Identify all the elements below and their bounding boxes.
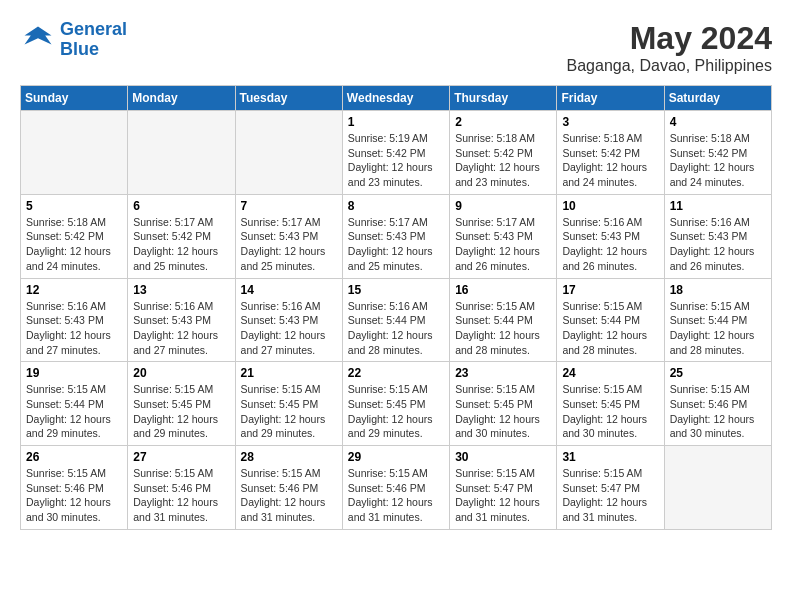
- day-info: Sunrise: 5:18 AMSunset: 5:42 PMDaylight:…: [562, 131, 658, 190]
- day-number: 15: [348, 283, 444, 297]
- title-area: May 2024 Baganga, Davao, Philippines: [567, 20, 772, 75]
- day-number: 5: [26, 199, 122, 213]
- table-cell: 24Sunrise: 5:15 AMSunset: 5:45 PMDayligh…: [557, 362, 664, 446]
- logo-icon: [20, 22, 56, 58]
- table-cell: 23Sunrise: 5:15 AMSunset: 5:45 PMDayligh…: [450, 362, 557, 446]
- day-info: Sunrise: 5:15 AMSunset: 5:46 PMDaylight:…: [133, 466, 229, 525]
- svg-marker-0: [25, 26, 52, 44]
- col-wednesday: Wednesday: [342, 86, 449, 111]
- calendar-row: 19Sunrise: 5:15 AMSunset: 5:44 PMDayligh…: [21, 362, 772, 446]
- logo-text: General Blue: [60, 20, 127, 60]
- day-info: Sunrise: 5:15 AMSunset: 5:47 PMDaylight:…: [562, 466, 658, 525]
- table-cell: 21Sunrise: 5:15 AMSunset: 5:45 PMDayligh…: [235, 362, 342, 446]
- col-monday: Monday: [128, 86, 235, 111]
- table-cell: 6Sunrise: 5:17 AMSunset: 5:42 PMDaylight…: [128, 194, 235, 278]
- table-cell: [21, 111, 128, 195]
- table-cell: 19Sunrise: 5:15 AMSunset: 5:44 PMDayligh…: [21, 362, 128, 446]
- table-cell: 20Sunrise: 5:15 AMSunset: 5:45 PMDayligh…: [128, 362, 235, 446]
- page-header: General Blue May 2024 Baganga, Davao, Ph…: [20, 20, 772, 75]
- table-cell: 2Sunrise: 5:18 AMSunset: 5:42 PMDaylight…: [450, 111, 557, 195]
- day-number: 10: [562, 199, 658, 213]
- day-info: Sunrise: 5:15 AMSunset: 5:46 PMDaylight:…: [348, 466, 444, 525]
- day-number: 4: [670, 115, 766, 129]
- day-info: Sunrise: 5:17 AMSunset: 5:43 PMDaylight:…: [241, 215, 337, 274]
- day-info: Sunrise: 5:15 AMSunset: 5:46 PMDaylight:…: [26, 466, 122, 525]
- day-number: 16: [455, 283, 551, 297]
- day-number: 23: [455, 366, 551, 380]
- table-cell: 3Sunrise: 5:18 AMSunset: 5:42 PMDaylight…: [557, 111, 664, 195]
- table-cell: 7Sunrise: 5:17 AMSunset: 5:43 PMDaylight…: [235, 194, 342, 278]
- logo-blue: Blue: [60, 39, 99, 59]
- table-cell: 11Sunrise: 5:16 AMSunset: 5:43 PMDayligh…: [664, 194, 771, 278]
- calendar-table: Sunday Monday Tuesday Wednesday Thursday…: [20, 85, 772, 530]
- day-info: Sunrise: 5:15 AMSunset: 5:45 PMDaylight:…: [348, 382, 444, 441]
- day-info: Sunrise: 5:15 AMSunset: 5:45 PMDaylight:…: [241, 382, 337, 441]
- day-info: Sunrise: 5:18 AMSunset: 5:42 PMDaylight:…: [455, 131, 551, 190]
- day-number: 24: [562, 366, 658, 380]
- col-thursday: Thursday: [450, 86, 557, 111]
- day-info: Sunrise: 5:18 AMSunset: 5:42 PMDaylight:…: [26, 215, 122, 274]
- month-year-title: May 2024: [567, 20, 772, 57]
- calendar-header-row: Sunday Monday Tuesday Wednesday Thursday…: [21, 86, 772, 111]
- calendar-row: 12Sunrise: 5:16 AMSunset: 5:43 PMDayligh…: [21, 278, 772, 362]
- day-number: 9: [455, 199, 551, 213]
- table-cell: 15Sunrise: 5:16 AMSunset: 5:44 PMDayligh…: [342, 278, 449, 362]
- day-info: Sunrise: 5:19 AMSunset: 5:42 PMDaylight:…: [348, 131, 444, 190]
- day-number: 25: [670, 366, 766, 380]
- day-info: Sunrise: 5:16 AMSunset: 5:43 PMDaylight:…: [133, 299, 229, 358]
- table-cell: 26Sunrise: 5:15 AMSunset: 5:46 PMDayligh…: [21, 446, 128, 530]
- table-cell: 9Sunrise: 5:17 AMSunset: 5:43 PMDaylight…: [450, 194, 557, 278]
- day-number: 11: [670, 199, 766, 213]
- location-subtitle: Baganga, Davao, Philippines: [567, 57, 772, 75]
- day-number: 17: [562, 283, 658, 297]
- day-info: Sunrise: 5:16 AMSunset: 5:43 PMDaylight:…: [241, 299, 337, 358]
- calendar-row: 26Sunrise: 5:15 AMSunset: 5:46 PMDayligh…: [21, 446, 772, 530]
- day-number: 21: [241, 366, 337, 380]
- day-number: 7: [241, 199, 337, 213]
- day-number: 12: [26, 283, 122, 297]
- day-number: 28: [241, 450, 337, 464]
- day-info: Sunrise: 5:17 AMSunset: 5:42 PMDaylight:…: [133, 215, 229, 274]
- day-number: 27: [133, 450, 229, 464]
- day-number: 18: [670, 283, 766, 297]
- table-cell: 5Sunrise: 5:18 AMSunset: 5:42 PMDaylight…: [21, 194, 128, 278]
- table-cell: 14Sunrise: 5:16 AMSunset: 5:43 PMDayligh…: [235, 278, 342, 362]
- day-number: 14: [241, 283, 337, 297]
- day-info: Sunrise: 5:15 AMSunset: 5:44 PMDaylight:…: [455, 299, 551, 358]
- logo-general: General: [60, 19, 127, 39]
- col-friday: Friday: [557, 86, 664, 111]
- col-sunday: Sunday: [21, 86, 128, 111]
- day-number: 8: [348, 199, 444, 213]
- table-cell: 25Sunrise: 5:15 AMSunset: 5:46 PMDayligh…: [664, 362, 771, 446]
- table-cell: 28Sunrise: 5:15 AMSunset: 5:46 PMDayligh…: [235, 446, 342, 530]
- day-info: Sunrise: 5:15 AMSunset: 5:46 PMDaylight:…: [670, 382, 766, 441]
- day-info: Sunrise: 5:15 AMSunset: 5:45 PMDaylight:…: [562, 382, 658, 441]
- day-number: 22: [348, 366, 444, 380]
- table-cell: 30Sunrise: 5:15 AMSunset: 5:47 PMDayligh…: [450, 446, 557, 530]
- calendar-row: 5Sunrise: 5:18 AMSunset: 5:42 PMDaylight…: [21, 194, 772, 278]
- day-number: 30: [455, 450, 551, 464]
- table-cell: 18Sunrise: 5:15 AMSunset: 5:44 PMDayligh…: [664, 278, 771, 362]
- day-number: 31: [562, 450, 658, 464]
- day-number: 26: [26, 450, 122, 464]
- table-cell: [664, 446, 771, 530]
- table-cell: 17Sunrise: 5:15 AMSunset: 5:44 PMDayligh…: [557, 278, 664, 362]
- day-info: Sunrise: 5:17 AMSunset: 5:43 PMDaylight:…: [455, 215, 551, 274]
- calendar-row: 1Sunrise: 5:19 AMSunset: 5:42 PMDaylight…: [21, 111, 772, 195]
- day-number: 3: [562, 115, 658, 129]
- day-info: Sunrise: 5:17 AMSunset: 5:43 PMDaylight:…: [348, 215, 444, 274]
- day-info: Sunrise: 5:15 AMSunset: 5:44 PMDaylight:…: [670, 299, 766, 358]
- day-number: 6: [133, 199, 229, 213]
- table-cell: 8Sunrise: 5:17 AMSunset: 5:43 PMDaylight…: [342, 194, 449, 278]
- day-number: 29: [348, 450, 444, 464]
- day-info: Sunrise: 5:15 AMSunset: 5:47 PMDaylight:…: [455, 466, 551, 525]
- table-cell: 22Sunrise: 5:15 AMSunset: 5:45 PMDayligh…: [342, 362, 449, 446]
- table-cell: 4Sunrise: 5:18 AMSunset: 5:42 PMDaylight…: [664, 111, 771, 195]
- day-number: 19: [26, 366, 122, 380]
- table-cell: [128, 111, 235, 195]
- day-info: Sunrise: 5:15 AMSunset: 5:46 PMDaylight:…: [241, 466, 337, 525]
- logo: General Blue: [20, 20, 127, 60]
- day-info: Sunrise: 5:16 AMSunset: 5:43 PMDaylight:…: [562, 215, 658, 274]
- table-cell: [235, 111, 342, 195]
- table-cell: 27Sunrise: 5:15 AMSunset: 5:46 PMDayligh…: [128, 446, 235, 530]
